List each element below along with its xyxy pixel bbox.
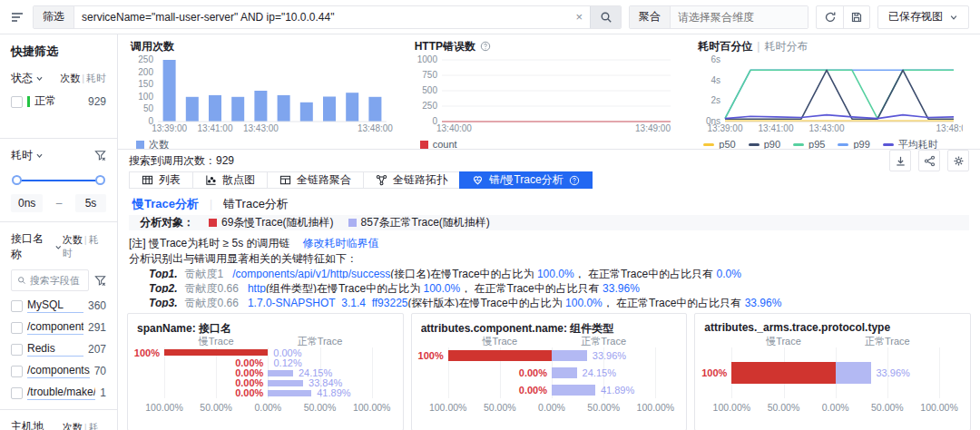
checkbox[interactable]: [11, 322, 23, 334]
bar-chart-canvas: 05010015020025013:39:0013:41:0013:43:001…: [127, 54, 396, 134]
normal-trace-value-label: 0.00%: [273, 347, 301, 358]
duration-max-value[interactable]: 5s: [75, 194, 106, 212]
svg-text:500: 500: [422, 85, 437, 95]
list-item[interactable]: 正常929: [11, 93, 106, 110]
duration-dash: –: [56, 197, 63, 210]
svg-text:13:43:00: 13:43:00: [809, 123, 845, 133]
checkbox[interactable]: [11, 387, 23, 399]
top-text: (组件类型)在慢Trace中的占比为: [266, 282, 424, 293]
line-chart-canvas: 0ns2s4s6s13:39:0013:41:0013:43:0013:48:0…: [694, 54, 963, 134]
count-time-header[interactable]: 次数|耗时: [60, 72, 106, 85]
funnel-clear-icon[interactable]: [94, 275, 106, 287]
feature-link[interactable]: http: [248, 282, 266, 293]
legend-swatch: [348, 219, 357, 227]
list-item[interactable]: /components/a...291: [11, 320, 106, 335]
item-name[interactable]: /components/a...: [27, 320, 83, 335]
download-button[interactable]: [889, 150, 911, 171]
subtab-慢Trace分析[interactable]: 慢Trace分析: [132, 196, 199, 212]
list-item[interactable]: /trouble/make/s...1: [11, 386, 106, 400]
host-section: 主机地址 次数|耗时 ✓10.0.0.44929: [11, 419, 106, 430]
aggregate-dimension-input[interactable]: [671, 6, 808, 28]
feature-link[interactable]: 1.7.0-SNAPSHOT_3.1.4_ff93225: [248, 297, 408, 308]
duration-slider[interactable]: [12, 174, 105, 187]
search-button[interactable]: [590, 6, 621, 28]
normal-trace-bar: [836, 362, 871, 384]
top-contribution: 贡献度0.66: [185, 297, 239, 308]
filter-button[interactable]: 筛选: [34, 6, 74, 28]
status-section-toggle[interactable]: 状态: [11, 71, 44, 86]
feature-link[interactable]: /components/api/v1/http/success: [232, 268, 390, 279]
list-item[interactable]: MySQL360: [11, 298, 106, 313]
modify-threshold-link[interactable]: 修改耗时临界值: [303, 236, 379, 249]
legend-swatch: [136, 141, 144, 149]
result-row: 搜索到调用次数：929: [118, 150, 980, 171]
interface-list: MySQL360/components/a...291Redis207/comp…: [11, 298, 106, 400]
duration-min-value[interactable]: 0ns: [11, 194, 43, 212]
tab-错/慢Trace分析[interactable]: 错/慢Trace分析: [459, 171, 593, 189]
tab-全链路拓扑[interactable]: 全链路拓扑: [363, 171, 460, 189]
item-name[interactable]: Redis: [27, 342, 83, 357]
tab-散点图[interactable]: 散点图: [192, 171, 268, 189]
svg-text:100: 100: [138, 92, 153, 102]
list-item[interactable]: Redis207: [11, 342, 106, 357]
axis-tick-label: 0.00%: [254, 402, 281, 413]
top-feature-row: Top1.贡献度1/components/api/v1/http/success…: [118, 264, 980, 279]
svg-text:13:41:00: 13:41:00: [759, 123, 794, 133]
legend-label: 857条正常Trace(随机抽样): [361, 215, 490, 230]
tornado-column-headers: 慢Trace正常Trace: [448, 335, 656, 347]
normal-trace-bar: [268, 390, 311, 396]
axis-tick-label: 0.00%: [822, 402, 849, 413]
chart-legend: 次数: [127, 137, 404, 149]
slow-trace-column-label: 慢Trace: [766, 335, 801, 348]
count-time-header[interactable]: 次数|耗时: [63, 233, 106, 260]
slider-handle-min[interactable]: [12, 175, 22, 185]
item-name[interactable]: MySQL: [27, 298, 83, 313]
slow-trace-bar: [731, 362, 835, 384]
tab-列表[interactable]: 列表: [129, 171, 193, 189]
content: 快捷筛选 状态 次数|耗时 正常929 耗时: [0, 34, 980, 430]
top-features: Top1.贡献度1/components/api/v1/http/success…: [118, 264, 980, 308]
tornado-charts-row: spanName: 接口名慢Trace正常Trace100%0.00%0.00%…: [118, 308, 980, 430]
interface-section-toggle[interactable]: 接口名称: [11, 231, 63, 262]
save-icon[interactable]: [843, 6, 869, 28]
count-time-header[interactable]: 次数|耗时: [63, 421, 106, 430]
funnel-clear-icon[interactable]: [94, 150, 106, 161]
share-button[interactable]: [918, 150, 940, 171]
filter-list-icon[interactable]: [11, 11, 25, 24]
saved-views-button[interactable]: 已保存视图: [877, 5, 969, 29]
checkbox[interactable]: [11, 366, 23, 377]
clear-query-icon[interactable]: ×: [568, 6, 590, 28]
refresh-icon[interactable]: [817, 6, 843, 28]
legend-label: 69条慢Trace(随机抽样): [221, 215, 334, 230]
slider-handle-max[interactable]: [95, 175, 105, 185]
settings-button[interactable]: [947, 150, 969, 171]
duration-section: 耗时 0ns – 5s: [11, 148, 106, 212]
top-text: ， 在正常Trace中的占比只有: [603, 297, 745, 308]
normal-trace-bar: [552, 367, 577, 378]
download-icon: [895, 155, 906, 167]
list-item[interactable]: /components/a...70: [11, 364, 106, 378]
item-name[interactable]: /components/a...: [27, 364, 90, 378]
checkbox[interactable]: [11, 344, 23, 356]
tab-全链路聚合[interactable]: 全链路聚合: [267, 171, 364, 189]
interface-label: 接口名称: [11, 231, 52, 262]
tornado-chart-card: spanName: 接口名慢Trace正常Trace100%0.00%0.00%…: [127, 313, 404, 430]
tornado-chart-title: attributes._arms.trace.protocol.type: [704, 321, 961, 335]
slow-percentage: 100.0%: [537, 268, 574, 279]
checkbox[interactable]: [11, 96, 23, 108]
svg-text:13:41:00: 13:41:00: [198, 123, 233, 133]
axis-tick-label: 50.00%: [200, 402, 232, 413]
checkbox[interactable]: [11, 300, 23, 312]
search-icon: [17, 275, 26, 286]
interface-search-input[interactable]: [30, 275, 83, 286]
subtab-错Trace分析[interactable]: 错Trace分析: [223, 196, 289, 212]
query-input[interactable]: [74, 6, 568, 28]
item-name[interactable]: /trouble/make/s...: [27, 386, 95, 400]
svg-text:13:48:00: 13:48:00: [936, 123, 963, 133]
duration-section-toggle[interactable]: 耗时: [11, 148, 44, 163]
host-section-toggle[interactable]: 主机地址: [11, 419, 63, 430]
tornado-chart-body: 慢Trace正常Trace100%0.00%0.00%0.12%0.00%24.…: [164, 335, 372, 415]
legend-swatch: [703, 143, 714, 146]
normal-trace-value-label: 33.84%: [309, 377, 342, 388]
chevron-down-icon: [54, 243, 63, 251]
